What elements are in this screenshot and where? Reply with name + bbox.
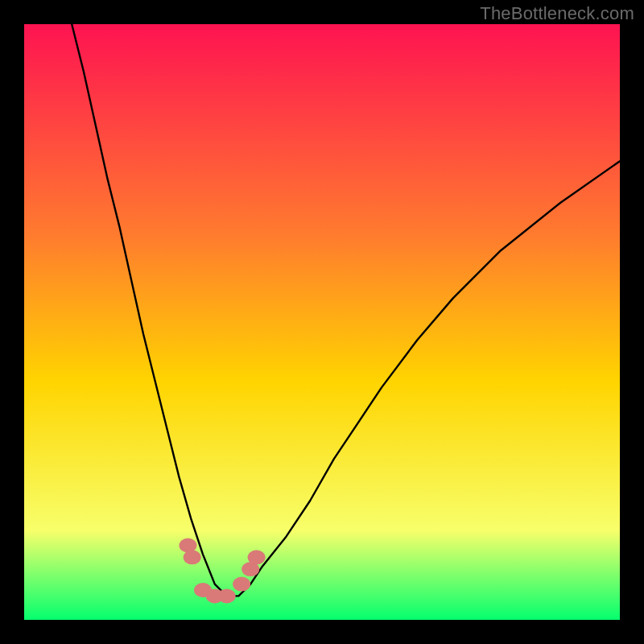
curve-marker bbox=[248, 550, 266, 564]
bottleneck-chart bbox=[24, 24, 620, 620]
curve-marker bbox=[218, 588, 236, 603]
curve-marker bbox=[184, 550, 201, 564]
watermark-text: TheBottleneck.com bbox=[480, 3, 634, 24]
curve-marker bbox=[233, 577, 250, 592]
plot-background bbox=[24, 24, 620, 620]
chart-frame: TheBottleneck.com bbox=[0, 0, 644, 644]
